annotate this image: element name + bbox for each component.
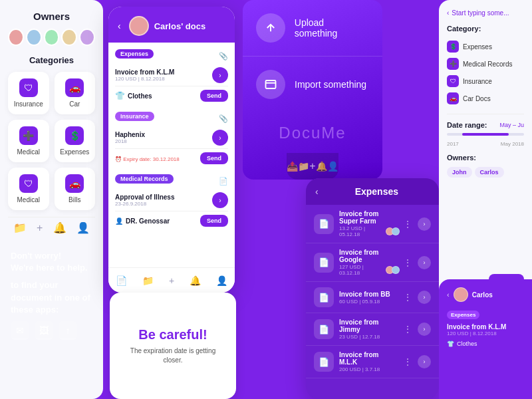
bell-nav-icon[interactable]: 🔔 <box>190 275 201 286</box>
start-typing-hint: ‹ Start typing some... <box>447 9 524 17</box>
folder-icon[interactable]: 📁 <box>298 161 309 172</box>
upload-item[interactable]: Upload something <box>243 0 382 57</box>
doc-arrow-button[interactable]: › <box>212 130 228 146</box>
expenses-title: Expenses <box>324 186 430 197</box>
expense-item[interactable]: 📄 Invoice from Google 127 USD | 03.12.18… <box>306 243 439 282</box>
car-icon: 🚗 <box>65 78 84 97</box>
filter-item-label: Insurance <box>463 78 492 85</box>
expenses-header: ‹ Expenses <box>306 178 439 205</box>
category-item-car[interactable]: 🚗 Car <box>55 72 96 114</box>
categories-grid: 🛡 Insurance 🚗 Car ➕ Medical 💲 Expenses 🛡… <box>8 72 95 210</box>
expense-amount: 200 USD | 3.7.18 <box>339 366 380 372</box>
expense-arrow-button[interactable]: › <box>418 291 431 304</box>
more-options-icon[interactable]: ⋮ <box>403 257 412 268</box>
more-options-icon[interactable]: ⋮ <box>403 292 412 303</box>
doc-row[interactable]: Haphenix 2018 › <box>115 127 228 149</box>
expense-arrow-button[interactable]: › <box>418 323 431 336</box>
more-options-icon[interactable]: ⋮ <box>403 219 412 229</box>
doc-nav-icon[interactable]: 📄 <box>116 275 127 286</box>
carlos-avatar <box>129 16 149 36</box>
user-nav-icon[interactable]: 👤 <box>216 275 227 286</box>
owner-chip-john[interactable]: John <box>447 167 472 178</box>
back-chevron-icon[interactable]: ‹ <box>447 291 450 299</box>
back-chevron-icon[interactable]: ‹ <box>118 21 121 31</box>
carlos-body: Expenses 📎 Invoice from K.L.M 120 USD | … <box>108 43 235 243</box>
expense-item[interactable]: 📄 Invoice from Jimmy 23 USD | 12.7.18 ⋮ … <box>306 313 439 346</box>
doc-row[interactable]: Approval of Illness 23-26.9.2018 › <box>115 190 228 211</box>
expense-arrow-button[interactable]: › <box>418 217 431 231</box>
category-item-expenses[interactable]: 💲 Expenses <box>55 120 96 162</box>
filter-item-expenses[interactable]: 💲 Expenses <box>447 38 524 55</box>
start-typing-text: Start typing some... <box>452 9 509 17</box>
medical-filter-icon: ➕ <box>447 58 459 70</box>
owners-chips: John Carlos <box>447 167 524 178</box>
date-min-label: 2017 <box>447 141 459 147</box>
more-options-icon[interactable]: ⋮ <box>403 324 412 334</box>
date-range-value: May – Ju <box>499 122 524 128</box>
category-filter-title: Category: <box>447 25 524 33</box>
import-item[interactable]: Import something <box>243 57 382 112</box>
more-options-icon[interactable]: ⋮ <box>403 356 412 367</box>
folder-nav-icon[interactable]: 📁 <box>142 275 154 286</box>
category-item-insurance[interactable]: 🛡 Insurance <box>8 72 49 114</box>
send-button[interactable]: Send <box>200 90 228 102</box>
photo-app-icon[interactable]: 🖼 <box>35 321 53 340</box>
expiry-row: ⏰ Expiry date: 30.12.2018 Send <box>115 149 228 168</box>
send-button[interactable]: Send <box>200 152 228 164</box>
categories-title: Categories <box>8 55 95 65</box>
share-icon[interactable]: 📤 <box>287 161 298 172</box>
expense-info: Invoice from BB 60 USD | 05.9.18 <box>339 291 398 305</box>
expense-item[interactable]: 📄 Invoice from BB 60 USD | 05.9.18 ⋮ › <box>306 282 439 313</box>
insurance-badge: Insurance <box>115 112 154 121</box>
doc-row[interactable]: Invoice from K.L.M 120 USD | 8.12.2018 › <box>115 65 228 86</box>
expense-arrow-button[interactable]: › <box>418 355 431 368</box>
shield-icon: 🛡 <box>19 174 38 193</box>
send-button[interactable]: Send <box>200 215 228 227</box>
import-icon-circle <box>256 70 285 99</box>
category-item-bills[interactable]: 🚗 Bills <box>55 168 96 210</box>
expense-avatars <box>386 266 398 274</box>
category-label: Medical <box>17 148 40 156</box>
expense-arrow-button[interactable]: › <box>418 256 431 269</box>
folder-icon[interactable]: 📁 <box>13 221 27 234</box>
owner-chip-carlos[interactable]: Carlos <box>475 167 504 178</box>
email-app-icon[interactable]: ✉ <box>11 321 29 340</box>
doc-arrow-button[interactable]: › <box>212 192 228 208</box>
avatar <box>79 29 95 46</box>
expense-meta: 127 USD | 03.12.18 <box>339 264 398 276</box>
expense-avatars <box>386 227 398 235</box>
doc-arrow-button[interactable]: › <box>212 67 228 83</box>
bell-icon[interactable]: 🔔 <box>316 161 327 172</box>
date-range-slider[interactable] <box>447 133 524 136</box>
bell-icon[interactable]: 🔔 <box>53 221 66 234</box>
filter-item-medical[interactable]: ➕ Medical Records <box>447 55 524 72</box>
expense-item[interactable]: 📄 Invoice from Super Farm 13.2 USD | 05.… <box>306 205 439 243</box>
expense-doc-icon: 📄 <box>314 352 334 372</box>
expense-item[interactable]: 📄 Invoice from M.L.K 200 USD | 3.7.18 ⋮ … <box>306 346 439 378</box>
carlos-header: ‹ Carlos' docs <box>108 7 235 43</box>
filter-item-insurance[interactable]: 🛡 Insurance <box>447 72 524 90</box>
expenses-badge: Expenses <box>115 49 154 59</box>
expense-meta: 13.2 USD | 05.12.18 <box>339 225 398 237</box>
import-label: Import something <box>295 79 366 90</box>
expense-doc-icon: 📄 <box>314 214 334 234</box>
add-nav-icon[interactable]: + <box>169 275 174 286</box>
date-slider-fill <box>462 133 509 136</box>
back-chevron-icon[interactable]: ‹ <box>315 186 319 197</box>
doc-subtitle: 120 USD | 8.12.2018 <box>115 76 174 82</box>
clothes-row: 👕 Clothes Send <box>115 86 228 105</box>
doc-title: Invoice from K.L.M <box>115 68 174 76</box>
user-icon[interactable]: 👤 <box>327 161 338 172</box>
attachment-icon: 📎 <box>219 52 228 61</box>
expense-meta: 60 USD | 05.9.18 <box>339 299 398 305</box>
expense-doc-icon: 📄 <box>314 319 334 339</box>
add-icon[interactable]: + <box>309 160 315 172</box>
expense-amount: 13.2 USD | 05.12.18 <box>339 225 383 237</box>
add-icon[interactable]: + <box>37 222 43 234</box>
category-item-medical[interactable]: ➕ Medical <box>8 120 49 162</box>
find-doc-text: to find your document in one of these ap… <box>11 279 92 316</box>
user-icon[interactable]: 👤 <box>76 221 90 234</box>
upload-app-icon[interactable]: ↑ <box>59 321 77 340</box>
filter-item-car[interactable]: 🚗 Car Docs <box>447 90 524 107</box>
category-item-medical2[interactable]: 🛡 Medical <box>8 168 49 210</box>
